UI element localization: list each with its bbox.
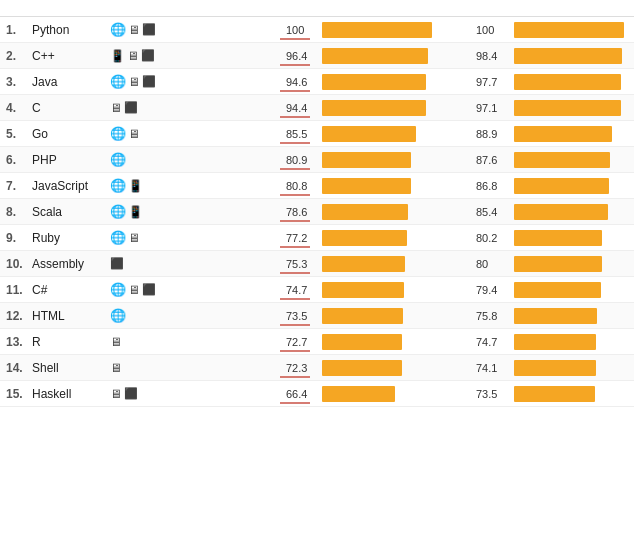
monitor-icon: 🖥 [110, 335, 122, 349]
lang-name: Scala [32, 205, 102, 219]
right-bar-wrap [514, 386, 624, 402]
type-icons: 🖥⬛ [110, 387, 138, 401]
header-trending-right [470, 4, 630, 12]
left-bar-value: 77.2 [286, 232, 316, 244]
lang-cell: 5. Go 🌐🖥 [0, 123, 280, 144]
table-row: 9. Ruby 🌐🖥 77.2 80.2 [0, 225, 634, 251]
left-bar-value: 66.4 [286, 388, 316, 400]
table-row: 3. Java 🌐🖥⬛ 94.6 97.7 [0, 69, 634, 95]
globe-icon: 🌐 [110, 152, 126, 167]
right-bar-cell: 100 [470, 19, 630, 41]
rank-label: 10. [6, 257, 28, 271]
left-bar-value: 85.5 [286, 128, 316, 140]
left-bar-cell: 80.9 [280, 149, 440, 171]
left-bar-value: 75.3 [286, 258, 316, 270]
table-row: 11. C# 🌐🖥⬛ 74.7 79.4 [0, 277, 634, 303]
right-bar [514, 334, 596, 350]
left-bar [322, 256, 405, 272]
right-bar-value: 79.4 [476, 284, 508, 296]
right-bar-value: 85.4 [476, 206, 508, 218]
right-bar-wrap [514, 48, 624, 64]
phone-icon: 📱 [128, 205, 143, 219]
monitor-icon: 🖥 [127, 49, 139, 63]
table-row: 13. R 🖥 72.7 74.7 [0, 329, 634, 355]
left-bar [322, 48, 428, 64]
right-bar-cell: 74.7 [470, 331, 630, 353]
right-bar-value: 86.8 [476, 180, 508, 192]
left-bar-wrap [322, 334, 434, 350]
globe-icon: 🌐 [110, 74, 126, 89]
rank-label: 13. [6, 335, 28, 349]
left-bar-cell: 96.4 [280, 45, 440, 67]
left-bar-cell: 94.4 [280, 97, 440, 119]
type-icons: 📱🖥⬛ [110, 49, 155, 63]
type-icons: 🌐📱 [110, 204, 143, 219]
globe-icon: 🌐 [110, 204, 126, 219]
rank-label: 5. [6, 127, 28, 141]
lang-name: Assembly [32, 257, 102, 271]
right-bar [514, 386, 595, 402]
right-bar-cell: 79.4 [470, 279, 630, 301]
rank-label: 1. [6, 23, 28, 37]
lang-cell: 8. Scala 🌐📱 [0, 201, 280, 222]
left-bar-wrap [322, 308, 434, 324]
monitor-icon: 🖥 [110, 101, 122, 115]
header-lang-rank [0, 4, 280, 12]
left-bar-cell: 74.7 [280, 279, 440, 301]
rank-label: 12. [6, 309, 28, 323]
right-bar [514, 308, 597, 324]
chip-icon: ⬛ [124, 101, 138, 114]
phone-icon: 📱 [128, 179, 143, 193]
left-bar-cell: 66.4 [280, 383, 440, 405]
globe-icon: 🌐 [110, 178, 126, 193]
table-row: 6. PHP 🌐 80.9 87.6 [0, 147, 634, 173]
right-bar-wrap [514, 204, 624, 220]
left-bar-cell: 72.3 [280, 357, 440, 379]
globe-icon: 🌐 [110, 22, 126, 37]
left-bar [322, 100, 426, 116]
left-bar-wrap [322, 204, 434, 220]
right-bar-cell: 85.4 [470, 201, 630, 223]
left-bar-cell: 94.6 [280, 71, 440, 93]
right-bar-cell: 80 [470, 253, 630, 275]
table-header [0, 0, 634, 17]
left-bar-value: 72.3 [286, 362, 316, 374]
type-icons: ⬛ [110, 257, 124, 270]
left-bar [322, 360, 402, 376]
left-bar [322, 22, 432, 38]
left-bar [322, 204, 408, 220]
left-bar-value: 80.8 [286, 180, 316, 192]
left-bar-cell: 73.5 [280, 305, 440, 327]
table-row: 10. Assembly ⬛ 75.3 80 [0, 251, 634, 277]
right-bar-value: 74.1 [476, 362, 508, 374]
left-bar [322, 282, 404, 298]
lang-cell: 12. HTML 🌐 [0, 305, 280, 326]
table-row: 12. HTML 🌐 73.5 75.8 [0, 303, 634, 329]
right-bar-cell: 98.4 [470, 45, 630, 67]
right-bar-value: 100 [476, 24, 508, 36]
right-bar-cell: 97.7 [470, 71, 630, 93]
right-bar-wrap [514, 308, 624, 324]
rank-label: 11. [6, 283, 28, 297]
right-bar-value: 80 [476, 258, 508, 270]
table-row: 8. Scala 🌐📱 78.6 85.4 [0, 199, 634, 225]
right-bar [514, 178, 609, 194]
header-spacer [440, 4, 470, 12]
left-bar-cell: 85.5 [280, 123, 440, 145]
right-bar-value: 98.4 [476, 50, 508, 62]
left-bar-wrap [322, 48, 434, 64]
right-bar-wrap [514, 360, 624, 376]
table-row: 4. C 🖥⬛ 94.4 97.1 [0, 95, 634, 121]
chip-icon: ⬛ [110, 257, 124, 270]
globe-icon: 🌐 [110, 126, 126, 141]
right-bar-cell: 86.8 [470, 175, 630, 197]
monitor-icon: 🖥 [128, 75, 140, 89]
lang-cell: 9. Ruby 🌐🖥 [0, 227, 280, 248]
left-bar-wrap [322, 360, 434, 376]
type-icons: 🌐🖥⬛ [110, 74, 156, 89]
right-bar-wrap [514, 22, 624, 38]
rank-label: 7. [6, 179, 28, 193]
right-bar-value: 73.5 [476, 388, 508, 400]
lang-cell: 14. Shell 🖥 [0, 358, 280, 378]
left-bar-cell: 100 [280, 19, 440, 41]
